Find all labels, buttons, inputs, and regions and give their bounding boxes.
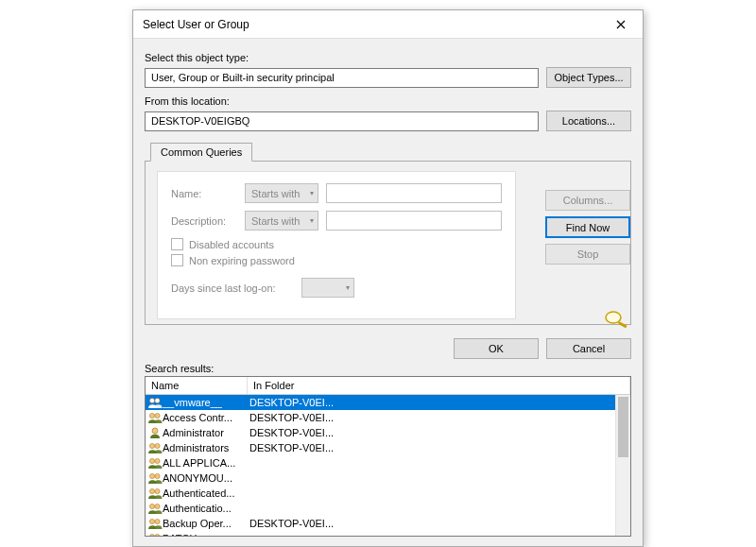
svg-point-12 — [155, 473, 160, 478]
description-input[interactable] — [326, 211, 502, 231]
row-name: BATCH — [163, 533, 248, 536]
scrollbar[interactable] — [615, 395, 630, 536]
group-icon — [146, 502, 163, 515]
svg-point-17 — [149, 519, 154, 523]
svg-point-15 — [149, 504, 154, 508]
row-folder: DESKTOP-V0EI... — [248, 518, 630, 529]
svg-point-7 — [149, 443, 154, 448]
days-since-label: Days since last log-on: — [171, 282, 294, 294]
row-name: Administrator — [163, 427, 248, 438]
close-button[interactable] — [605, 14, 637, 35]
table-row[interactable]: __vmware__DESKTOP-V0EI... — [146, 395, 630, 410]
row-folder: DESKTOP-V0EI... — [248, 397, 630, 408]
scroll-thumb[interactable] — [618, 397, 628, 457]
chevron-down-icon: ▾ — [346, 283, 350, 292]
svg-point-19 — [149, 534, 154, 536]
row-folder: DESKTOP-V0EI... — [248, 427, 630, 438]
row-folder: DESKTOP-V0EI... — [248, 442, 630, 453]
tab-common-queries[interactable]: Common Queries — [150, 143, 252, 162]
svg-point-5 — [155, 413, 160, 418]
group-icon — [146, 532, 163, 536]
row-name: ALL APPLICA... — [163, 457, 248, 469]
svg-point-3 — [155, 398, 160, 402]
cancel-button[interactable]: Cancel — [546, 338, 631, 359]
group-icon — [146, 441, 163, 454]
row-name: Authenticatio... — [163, 503, 248, 514]
search-results: Name In Folder __vmware__DESKTOP-V0EI...… — [145, 376, 631, 537]
disabled-accounts-checkbox[interactable] — [171, 238, 183, 250]
search-icon — [600, 308, 630, 331]
object-type-field[interactable]: User, Group or Built-in security princip… — [145, 68, 539, 88]
dialog-title: Select User or Group — [143, 18, 249, 31]
row-name: Administrators — [163, 442, 248, 453]
group-icon — [146, 396, 163, 409]
table-row[interactable]: ANONYMOU... — [146, 470, 630, 486]
location-field[interactable]: DESKTOP-V0EIGBQ — [145, 111, 539, 131]
svg-rect-1 — [618, 321, 627, 328]
query-inner-panel: Name: Starts with ▾ Description: Starts … — [157, 171, 516, 319]
group-icon — [146, 487, 163, 500]
svg-point-14 — [155, 488, 160, 493]
group-icon — [146, 411, 163, 424]
name-label: Name: — [171, 188, 237, 199]
description-mode-combo[interactable]: Starts with ▾ — [245, 211, 318, 231]
days-since-combo[interactable]: ▾ — [301, 278, 354, 298]
search-results-label: Search results: — [133, 363, 643, 376]
column-folder[interactable]: In Folder — [248, 377, 630, 394]
dialog-content: Select this object type: User, Group or … — [133, 39, 643, 331]
dialog-buttons: OK Cancel — [133, 331, 643, 363]
svg-point-9 — [149, 458, 154, 463]
stop-button[interactable]: Stop — [545, 244, 630, 265]
table-row[interactable]: Authenticated... — [146, 486, 630, 501]
svg-point-0 — [606, 312, 621, 323]
table-row[interactable]: AdministratorsDESKTOP-V0EI... — [146, 440, 630, 455]
results-body[interactable]: __vmware__DESKTOP-V0EI...Access Contr...… — [146, 395, 630, 536]
table-row[interactable]: Access Contr...DESKTOP-V0EI... — [146, 410, 630, 425]
titlebar: Select User or Group — [133, 10, 643, 39]
table-row[interactable]: Authenticatio... — [146, 501, 630, 516]
table-row[interactable]: BATCH — [146, 531, 630, 536]
table-row[interactable]: Backup Oper...DESKTOP-V0EI... — [146, 516, 630, 531]
columns-button[interactable]: Columns... — [545, 190, 630, 211]
row-name: ANONYMOU... — [163, 472, 248, 484]
svg-point-6 — [152, 428, 158, 434]
svg-point-13 — [149, 488, 154, 493]
chevron-down-icon: ▾ — [310, 189, 314, 197]
description-label: Description: — [171, 215, 237, 227]
non-expiring-checkbox[interactable] — [171, 254, 183, 266]
svg-point-20 — [155, 534, 160, 536]
object-types-button[interactable]: Object Types... — [546, 67, 631, 88]
svg-point-18 — [155, 519, 160, 523]
column-name[interactable]: Name — [146, 377, 248, 394]
svg-point-2 — [149, 398, 154, 402]
disabled-accounts-label: Disabled accounts — [189, 239, 274, 250]
object-type-label: Select this object type: — [145, 52, 631, 63]
ok-button[interactable]: OK — [454, 338, 539, 359]
select-user-group-dialog: Select User or Group Select this object … — [132, 9, 644, 547]
non-expiring-label: Non expiring password — [189, 255, 295, 266]
close-icon — [616, 20, 626, 29]
find-now-button[interactable]: Find Now — [545, 216, 630, 238]
row-name: __vmware__ — [163, 397, 248, 408]
svg-point-10 — [155, 458, 160, 463]
row-name: Backup Oper... — [163, 518, 248, 529]
chevron-down-icon: ▾ — [310, 216, 314, 225]
svg-point-11 — [149, 473, 154, 478]
group-icon — [146, 517, 163, 530]
location-label: From this location: — [145, 95, 631, 107]
svg-point-4 — [149, 413, 154, 418]
name-mode-combo[interactable]: Starts with ▾ — [245, 183, 318, 203]
group-icon — [146, 456, 163, 470]
query-tabs: Common Queries Name: Starts with ▾ Descr… — [145, 143, 631, 325]
results-header: Name In Folder — [146, 377, 630, 395]
query-side-buttons: Columns... Find Now Stop — [543, 190, 630, 331]
svg-point-16 — [155, 504, 160, 508]
table-row[interactable]: ALL APPLICA... — [146, 455, 630, 470]
common-queries-panel: Name: Starts with ▾ Description: Starts … — [145, 161, 631, 325]
name-input[interactable] — [326, 183, 502, 203]
locations-button[interactable]: Locations... — [546, 111, 631, 131]
user-icon — [146, 426, 163, 439]
row-name: Access Contr... — [163, 412, 248, 423]
table-row[interactable]: AdministratorDESKTOP-V0EI... — [146, 425, 630, 440]
group-icon — [146, 471, 163, 485]
